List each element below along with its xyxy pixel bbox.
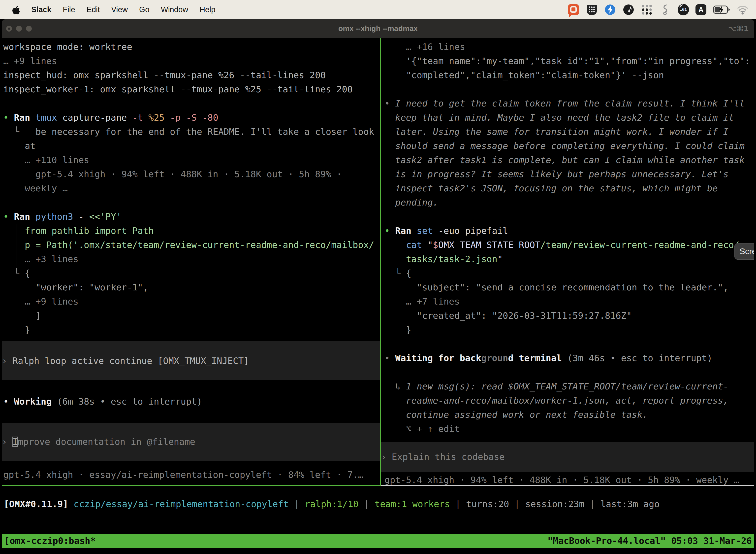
terminal-line: gpt-5.4 xhigh · 94% left · 488K in · 5.1…	[384, 473, 754, 487]
gauge-icon[interactable]: ..61	[678, 4, 689, 15]
squiggle-icon[interactable]	[659, 4, 671, 16]
terminal-line: └ {	[384, 266, 754, 280]
menu-bar: SlackFileEditViewGoWindowHelp	[0, 0, 756, 19]
gauge-label: ..61	[680, 7, 687, 12]
menu-slack[interactable]: Slack	[31, 5, 51, 14]
terminal-line: task2 after task1 is complete, but can I…	[384, 153, 754, 167]
terminal-line: ↳ 1 new msg(s): read $OMX_TEAM_STATE_ROO…	[384, 379, 754, 393]
terminal-line: }	[384, 323, 754, 337]
terminal-line: … +9 lines	[3, 54, 380, 68]
terminal-line: inspect task2's JSON, focusing on the st…	[384, 181, 754, 195]
output-connector-line	[17, 224, 17, 271]
menu-bar-status-icons: ..61 A	[567, 4, 749, 16]
terminal-line: readme-and-reco/mailbox/worker-1.json, a…	[384, 393, 754, 407]
keypad-shield-icon[interactable]	[586, 4, 598, 16]
tmux-host-clock-label: "MacBook-Pro-44.local" 05:03 31-Mar-26	[548, 536, 752, 546]
terminal-line: … +3 lines	[3, 252, 380, 266]
a-app-icon[interactable]: A	[695, 4, 706, 15]
terminal-line	[384, 210, 754, 224]
working-status: • Working (6m 38s • esc to interrupt)	[3, 380, 380, 423]
window-titlebar: omx --xhigh --madmax ⌥⌘1	[2, 19, 754, 38]
terminal-line: … +16 lines	[384, 40, 754, 54]
terminal-line: ⌥ + ↑ edit	[384, 422, 754, 436]
terminal-line: › Ralph loop active continue [OMX_TMUX_I…	[2, 354, 380, 368]
left-terminal-pane[interactable]: workspace_mode: worktree… +9 linesinspec…	[2, 38, 380, 482]
wifi-icon[interactable]	[737, 4, 749, 16]
terminal-line: workspace_mode: worktree	[3, 40, 380, 54]
terminal-line: "worker": "worker-1",	[3, 280, 380, 294]
terminal-line: "completed","claim_token":"claim-token"}…	[384, 68, 754, 82]
terminal-line	[3, 408, 380, 423]
terminal-line: └ be necessary for the end of the README…	[3, 125, 380, 139]
menu-window[interactable]: Window	[161, 5, 188, 14]
terminal-line: "created_at": "2026-03-31T11:59:27.816Z"	[384, 309, 754, 323]
terminal-line: gpt-5.4 xhigh · essay/ai-reimplementatio…	[3, 467, 380, 482]
inject-notice-band: › Ralph loop active continue [OMX_TMUX_I…	[2, 341, 380, 380]
apple-menu-icon[interactable]	[11, 5, 20, 15]
terminal-line	[384, 365, 754, 379]
terminal-line: weekly …	[3, 181, 380, 195]
menu-view[interactable]: View	[111, 5, 128, 14]
prompt-input-band[interactable]: › Explain this codebase	[381, 442, 754, 472]
menu-file[interactable]: File	[63, 5, 75, 14]
terminal-line: '{"team_name":"my-team","task_id":"1","f…	[384, 54, 754, 68]
terminal-line: • Ran python3 - <<'PY'	[3, 210, 380, 224]
scrollback-output: workspace_mode: worktree… +9 linesinspec…	[3, 40, 380, 337]
dots-grid-icon[interactable]	[641, 4, 653, 16]
terminal-line: › Improve documentation in @filename	[2, 435, 380, 449]
left-pane-bottom-border	[2, 485, 380, 486]
prompt-input-band[interactable]: › Improve documentation in @filename	[2, 423, 380, 461]
menu-help[interactable]: Help	[200, 5, 215, 14]
terminal-line: }	[3, 323, 380, 337]
terminal-line	[384, 82, 754, 96]
terminal-line: from pathlib import Path	[3, 224, 380, 238]
chat-app-icon[interactable]	[567, 4, 579, 16]
terminal-line: • I need to get the claim token from the…	[384, 96, 754, 110]
window-title: omx --xhigh --madmax	[2, 24, 754, 33]
terminal-line: should send a message before completing …	[384, 139, 754, 153]
app-menus: SlackFileEditViewGoWindowHelp	[31, 5, 215, 14]
terminal-line: inspect_hud: omx sparkshell --tmux-pane …	[3, 68, 380, 82]
terminal-window: omx --xhigh --madmax ⌥⌘1 workspace_mode:…	[2, 19, 754, 554]
right-pane-bottom-border	[381, 485, 754, 486]
terminal-line: pending.	[384, 195, 754, 210]
screen-tooltip: Scre	[735, 243, 754, 260]
terminal-line: continue assigned work or next feasible …	[384, 407, 754, 422]
blue-bolt-icon[interactable]	[604, 4, 616, 16]
terminal-line: … +110 lines	[3, 153, 380, 167]
tmux-session-label: [omx-cczip0:bash*	[4, 536, 96, 546]
menu-go[interactable]: Go	[139, 5, 149, 14]
output-connector-line	[398, 238, 398, 271]
window-shortcut-hint: ⌥⌘1	[728, 24, 749, 33]
terminal-line	[384, 337, 754, 351]
terminal-line: keep that in mind. Maybe I also need the…	[384, 110, 754, 125]
terminal-line: is in progress? It seems likely but perh…	[384, 167, 754, 181]
terminal-line: "subject": "send a concise recommendatio…	[384, 280, 754, 294]
terminal-line	[3, 96, 380, 110]
scrollback-output: … +16 lines '{"team_name":"my-team","tas…	[384, 40, 754, 436]
right-terminal-pane[interactable]: … +16 lines '{"team_name":"my-team","tas…	[381, 38, 754, 487]
a-app-label: A	[698, 6, 703, 14]
screen-tooltip-label: Scre	[740, 247, 754, 256]
terminal-line: at	[3, 139, 380, 153]
terminal-line: └ {	[3, 266, 380, 280]
terminal-line: • Working (6m 38s • esc to interrupt)	[3, 394, 380, 408]
dark-crescent-icon[interactable]	[623, 4, 634, 16]
terminal-line: › Explain this codebase	[381, 450, 754, 464]
terminal-line: tasks/task-2.json"	[384, 252, 754, 266]
tmux-status-bar: [omx-cczip0:bash* "MacBook-Pro-44.local"…	[2, 534, 754, 548]
omx-session-status-line: [OMX#0.11.9] cczip/essay/ai-reimplementa…	[4, 497, 659, 511]
terminal-line: … +7 lines	[384, 294, 754, 309]
battery-charging-icon[interactable]	[713, 4, 730, 16]
terminal-line: cat "$OMX_TEAM_STATE_ROOT/team/review-cu…	[384, 238, 754, 252]
terminal-area: workspace_mode: worktree… +9 linesinspec…	[2, 38, 754, 554]
terminal-line: later. Using the same for transition mig…	[384, 125, 754, 139]
menu-edit[interactable]: Edit	[86, 5, 100, 14]
terminal-line: gpt-5.4 xhigh · 94% left · 488K in · 5.1…	[3, 167, 380, 181]
pane-status-line: gpt-5.4 xhigh · 94% left · 488K in · 5.1…	[384, 473, 754, 487]
terminal-line: p = Path('.omx/state/team/review-current…	[3, 238, 380, 252]
terminal-line: inspect_worker-1: omx sparkshell --tmux-…	[3, 82, 380, 96]
terminal-line: ]	[3, 309, 380, 323]
terminal-line	[3, 380, 380, 394]
terminal-line	[3, 195, 380, 210]
